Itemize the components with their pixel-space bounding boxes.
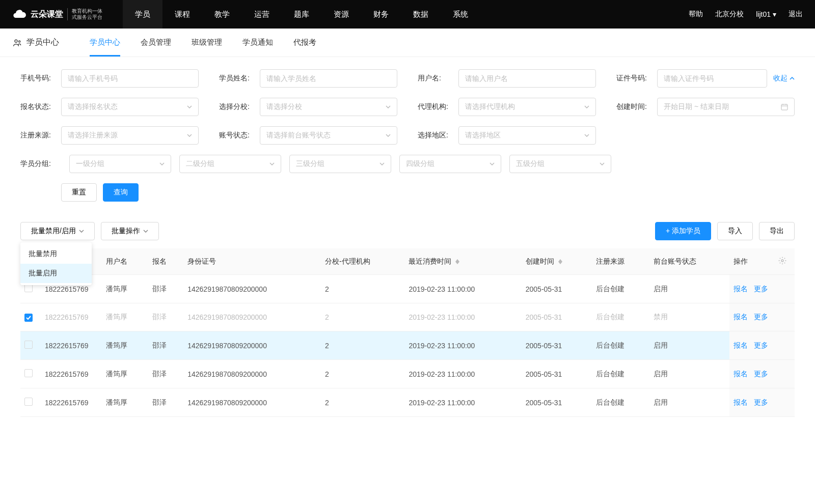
nav-item[interactable]: 资源 xyxy=(321,0,361,29)
more-link[interactable]: 更多 xyxy=(754,313,768,321)
account-status-select[interactable]: 请选择前台账号状态 xyxy=(260,126,397,145)
enroll-status-select[interactable]: 请选择报名状态 xyxy=(61,98,199,116)
username-input[interactable] xyxy=(458,69,596,88)
batch-op-button[interactable]: 批量操作 xyxy=(101,222,159,240)
cell-idcard: 14262919870809200000 xyxy=(183,303,321,331)
cell-username: 潘筠厚 xyxy=(102,303,148,331)
cell-enroll: 邵泽 xyxy=(148,275,183,303)
cell-create-time: 2005-05-31 xyxy=(522,303,592,331)
svg-point-3 xyxy=(781,260,783,262)
chevron-down-icon xyxy=(143,230,148,233)
export-button[interactable]: 导出 xyxy=(759,222,795,240)
reg-source-select[interactable]: 请选择注册来源 xyxy=(61,126,199,145)
sub-nav-item[interactable]: 代报考 xyxy=(293,29,316,57)
row-checkbox[interactable] xyxy=(24,341,33,349)
group-select[interactable]: 五级分组 xyxy=(509,155,611,173)
nav-item[interactable]: 财务 xyxy=(361,0,401,29)
chevron-down-icon xyxy=(600,162,605,165)
cloud-icon xyxy=(12,7,26,21)
import-button[interactable]: 导入 xyxy=(717,222,753,240)
nav-item[interactable]: 学员 xyxy=(123,0,162,29)
more-link[interactable]: 更多 xyxy=(754,370,768,378)
help-link[interactable]: 帮助 xyxy=(689,10,703,19)
action-row: 重置 查询 xyxy=(20,183,795,202)
phone-input[interactable] xyxy=(61,69,199,88)
nav-item[interactable]: 运营 xyxy=(242,0,282,29)
col-settings[interactable] xyxy=(774,248,795,275)
reg-source-label: 注册来源: xyxy=(20,131,61,140)
more-link[interactable]: 更多 xyxy=(754,398,768,406)
nav-item[interactable]: 课程 xyxy=(162,0,202,29)
top-nav: 云朵课堂 教育机构一体 式服务云平台 学员课程教学运营题库资源财务数据系统 帮助… xyxy=(0,0,815,29)
sub-nav-item[interactable]: 班级管理 xyxy=(192,29,222,57)
col-create-time[interactable]: 创建时间 xyxy=(522,248,592,275)
group-label: 学员分组: xyxy=(20,155,61,173)
cell-branch: 2 xyxy=(321,303,404,331)
branch-select[interactable]: 请选择分校 xyxy=(260,98,397,116)
agency-select[interactable]: 请选择代理机构 xyxy=(458,98,596,116)
region-select[interactable]: 请选择地区 xyxy=(458,126,596,145)
enroll-link[interactable]: 报名 xyxy=(734,341,748,349)
username-label: 用户名: xyxy=(418,74,458,83)
group-select[interactable]: 一级分组 xyxy=(69,155,171,173)
svg-point-0 xyxy=(15,40,17,42)
page-title: 学员中心 xyxy=(12,37,59,48)
batch-toggle-button[interactable]: 批量禁用/启用 xyxy=(20,222,95,240)
collapse-toggle[interactable]: 收起 xyxy=(773,74,795,83)
cell-phone: 18222615769 xyxy=(41,388,102,417)
chevron-down-icon xyxy=(386,134,391,137)
student-table: 用户名 报名 身份证号 分校-代理机构 最近消费时间 创建时间 xyxy=(20,248,795,417)
row-checkbox[interactable] xyxy=(24,314,33,322)
content: 手机号码: 学员姓名: 用户名: 证件号码: 收起 报名状态: 请选择报名状态 xyxy=(0,57,815,429)
chevron-down-icon xyxy=(584,134,589,137)
name-input[interactable] xyxy=(260,69,397,88)
chevron-down-icon xyxy=(584,105,589,108)
cell-phone: 18222615769 xyxy=(41,360,102,388)
group-select[interactable]: 四级分组 xyxy=(399,155,501,173)
chevron-down-icon xyxy=(187,134,192,137)
sub-nav-item[interactable]: 会员管理 xyxy=(141,29,171,57)
table-row: 18222615769潘筠厚邵泽142629198708092000002201… xyxy=(20,331,795,360)
sub-nav-item[interactable]: 学员中心 xyxy=(90,29,120,57)
idcard-input[interactable] xyxy=(657,69,767,88)
row-checkbox[interactable] xyxy=(24,369,33,377)
enroll-link[interactable]: 报名 xyxy=(734,370,748,378)
add-student-button[interactable]: + 添加学员 xyxy=(655,222,711,240)
cell-create-time: 2005-05-31 xyxy=(522,360,592,388)
reset-button[interactable]: 重置 xyxy=(61,183,97,202)
cell-branch: 2 xyxy=(321,388,404,417)
branch-link[interactable]: 北京分校 xyxy=(715,10,744,19)
cell-reg-source: 后台创建 xyxy=(592,360,649,388)
sub-nav-item[interactable]: 学员通知 xyxy=(242,29,273,57)
row-checkbox[interactable] xyxy=(24,284,33,292)
create-time-picker[interactable]: 开始日期 ~ 结束日期 xyxy=(657,98,795,116)
search-button[interactable]: 查询 xyxy=(103,183,139,202)
row-checkbox[interactable] xyxy=(24,398,33,406)
col-actions: 操作 xyxy=(729,248,774,275)
enroll-link[interactable]: 报名 xyxy=(734,398,748,406)
nav-item[interactable]: 教学 xyxy=(202,0,242,29)
enroll-link[interactable]: 报名 xyxy=(734,285,748,293)
phone-label: 手机号码: xyxy=(20,74,61,83)
nav-item[interactable]: 系统 xyxy=(441,0,480,29)
table-row: 18222615769潘筠厚邵泽142629198708092000002201… xyxy=(20,360,795,388)
cell-status: 启用 xyxy=(649,275,729,303)
batch-disable-item[interactable]: 批量禁用 xyxy=(20,244,92,264)
cell-idcard: 14262919870809200000 xyxy=(183,388,321,417)
more-link[interactable]: 更多 xyxy=(754,285,768,293)
nav-item[interactable]: 题库 xyxy=(282,0,321,29)
nav-item[interactable]: 数据 xyxy=(401,0,441,29)
group-select[interactable]: 二级分组 xyxy=(179,155,281,173)
nav-right: 帮助 北京分校 lijt01 ▾ 退出 xyxy=(689,10,803,19)
batch-enable-item[interactable]: 批量启用 xyxy=(20,264,92,283)
logout-link[interactable]: 退出 xyxy=(789,10,803,19)
col-reg-source: 注册来源 xyxy=(592,248,649,275)
user-menu[interactable]: lijt01 ▾ xyxy=(756,10,776,18)
account-status-label: 账号状态: xyxy=(219,131,260,140)
create-time-label: 创建时间: xyxy=(616,102,657,111)
enroll-link[interactable]: 报名 xyxy=(734,313,748,321)
more-link[interactable]: 更多 xyxy=(754,341,768,349)
idcard-label: 证件号码: xyxy=(616,74,657,83)
group-select[interactable]: 三级分组 xyxy=(289,155,391,173)
col-last-spend[interactable]: 最近消费时间 xyxy=(404,248,521,275)
